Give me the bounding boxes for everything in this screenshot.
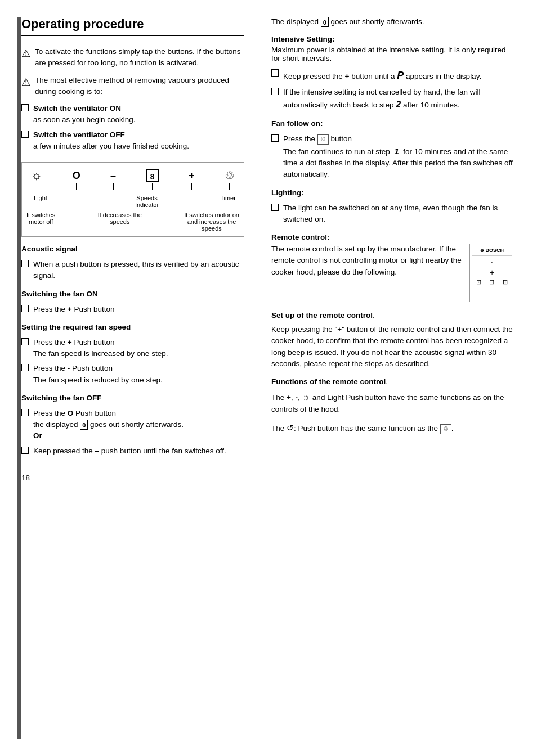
switch-on-item: Switch the ventilator ON as soon as you …: [21, 103, 244, 126]
fan-on-list: Press the + Push button: [21, 304, 244, 315]
switch-off-item: Switch the ventilator OFF a few minutes …: [21, 129, 244, 152]
heading-fan-off: Switching the fan OFF: [21, 394, 244, 402]
intensive-text-1: Keep pressed the + button until a P appe…: [283, 68, 481, 83]
bosch-logo: ⊕ BOSCH: [472, 248, 512, 256]
page-title: Operating procedure: [21, 17, 244, 36]
heading-intensive: Intensive Setting:: [271, 35, 514, 43]
follow-on-text: Press the ♲ button The fan continues to …: [283, 133, 514, 180]
fan-speed-text-2: Press the - Push button The fan speed is…: [33, 363, 163, 386]
fan-speed-list: Press the + Push button The fan speed is…: [21, 337, 244, 386]
setup-heading: Set up of the remote control.: [271, 311, 514, 320]
desc-motor-off: It switchesmotor off: [26, 212, 55, 232]
switch-off-text: Switch the ventilator OFF a few minutes …: [33, 129, 189, 152]
warning-icon-2: ⚠: [21, 76, 30, 88]
followon-ref-button: ♲: [440, 424, 451, 434]
fan-off-item-2: Keep pressed the – push button until the…: [21, 446, 244, 457]
warning-text-2: The most effective method of removing va…: [35, 75, 244, 98]
checkbox-acoustic: [21, 260, 29, 267]
page-number: 18: [21, 462, 244, 482]
intensive-item-1: Keep pressed the + button until a P appe…: [271, 68, 514, 83]
followon-button: ♲: [317, 134, 329, 145]
right-column: The displayed 0 goes out shortly afterwa…: [258, 17, 514, 739]
remote-btn-row-1: ·: [472, 258, 512, 266]
fan-speed-item-2: Press the - Push button The fan speed is…: [21, 363, 244, 386]
label-light: Light: [26, 195, 55, 208]
fan-on-text: Press the + Push button: [33, 304, 114, 315]
button-diagram: ☼ O – 8: [21, 162, 244, 237]
checkbox-fan-off-1: [21, 409, 29, 416]
checkbox-lighting: [271, 204, 279, 211]
lighting-list: The light can be switched on at any time…: [271, 202, 514, 226]
intensive-list: Keep pressed the + button until a P appe…: [271, 68, 514, 111]
setup-body: Keep pressing the "+" button of the remo…: [271, 324, 514, 370]
checkbox-intensive-1: [271, 69, 279, 76]
intensive-item-2: If the intensive setting is not cancelle…: [271, 87, 514, 111]
checkbox-2: [21, 130, 29, 138]
diag-light-btn: ☼: [31, 168, 42, 191]
lighting-item: The light can be switched on at any time…: [271, 202, 514, 226]
checkbox-speed-1: [21, 338, 29, 345]
diag-plus-btn: +: [189, 170, 195, 190]
intensive-body: Maximum power is obtained at the intensi…: [271, 46, 514, 62]
main-content: Operating procedure ⚠ To activate the fu…: [17, 17, 514, 739]
fan-off-text-1: Press the O Push button the displayed 0 …: [33, 408, 184, 442]
diag-off-btn: O: [73, 170, 80, 190]
remote-control-box: ⊕ BOSCH · + ⊡ ⊟ ⊞ –: [469, 244, 514, 302]
diag-timer-btn: ♲: [225, 169, 235, 190]
diag-display: 8: [146, 169, 159, 190]
switch-list: Switch the ventilator ON as soon as you …: [21, 103, 244, 152]
checkbox-speed-2: [21, 364, 29, 371]
heading-fan-on: Switching the fan ON: [21, 290, 244, 298]
functions-body-1: The +, -, ☼ and Light Push button have t…: [271, 390, 514, 415]
remote-btn-row-2: +: [472, 268, 512, 277]
warning-icon-1: ⚠: [21, 47, 30, 60]
remote-btn-row-3: ⊡ ⊟ ⊞: [472, 278, 512, 286]
warning-block-1: ⚠ To activate the functions simply tap t…: [21, 46, 244, 69]
lighting-text: The light can be switched on at any time…: [283, 202, 514, 226]
functions-body-2: The ↺: Push button has the same function…: [271, 422, 514, 435]
switch-on-text: Switch the ventilator ON as soon as you …: [33, 103, 136, 126]
functions-heading: Functions of the remote control.: [271, 377, 514, 386]
label-timer: Timer: [217, 195, 239, 208]
fan-off-list: Press the O Push button the displayed 0 …: [21, 408, 244, 457]
acoustic-list: When a push button is pressed, this is v…: [21, 259, 244, 282]
left-accent-bar: [17, 17, 21, 739]
checkbox-fan-off-2: [21, 447, 29, 454]
heading-acoustic: Acoustic signal: [21, 245, 244, 253]
warning-text-1: To activate the functions simply tap the…: [35, 46, 244, 69]
desc-increases: It switches motor onand increases thespe…: [184, 212, 239, 232]
page: Operating procedure ⚠ To activate the fu…: [0, 0, 537, 756]
intensive-text-2: If the intensive setting is not cancelle…: [283, 87, 514, 111]
acoustic-item: When a push button is pressed, this is v…: [21, 259, 244, 282]
intro-line: The displayed 0 goes out shortly afterwa…: [271, 17, 514, 27]
acoustic-text: When a push button is pressed, this is v…: [33, 259, 244, 282]
heading-fan-speed: Setting the required fan speed: [21, 323, 244, 331]
label-speeds: SpeedsIndicator: [130, 195, 164, 208]
warning-block-2: ⚠ The most effective method of removing …: [21, 75, 244, 98]
heading-remote: Remote control:: [271, 233, 514, 241]
checkbox-1: [21, 104, 29, 111]
left-column: Operating procedure ⚠ To activate the fu…: [21, 17, 258, 739]
remote-section: ⊕ BOSCH · + ⊡ ⊟ ⊞ – The remote control i…: [271, 244, 514, 307]
checkbox-fan-on: [21, 305, 29, 312]
heading-follow-on: Fan follow on:: [271, 119, 514, 128]
display-symbol-intro: 0: [321, 17, 329, 27]
fan-off-text-2: Keep pressed the – push button until the…: [33, 446, 226, 457]
follow-on-list: Press the ♲ button The fan continues to …: [271, 133, 514, 180]
display-symbol-1: 0: [80, 420, 88, 430]
follow-on-item: Press the ♲ button The fan continues to …: [271, 133, 514, 180]
fan-on-item: Press the + Push button: [21, 304, 244, 315]
diag-minus-btn: –: [110, 170, 116, 190]
fan-speed-item-1: Press the + Push button The fan speed is…: [21, 337, 244, 360]
light-icon: ☼: [31, 168, 42, 183]
remote-btn-row-4: –: [472, 287, 512, 296]
two-column-layout: Operating procedure ⚠ To activate the fu…: [21, 17, 514, 739]
checkbox-follow: [271, 134, 279, 142]
desc-decreases: It decreases thespeeds: [98, 212, 142, 232]
checkbox-intensive-2: [271, 88, 279, 95]
fan-speed-text-1: Press the + Push button The fan speed is…: [33, 337, 168, 360]
heading-lighting: Lighting:: [271, 188, 514, 197]
fan-off-item-1: Press the O Push button the displayed 0 …: [21, 408, 244, 442]
